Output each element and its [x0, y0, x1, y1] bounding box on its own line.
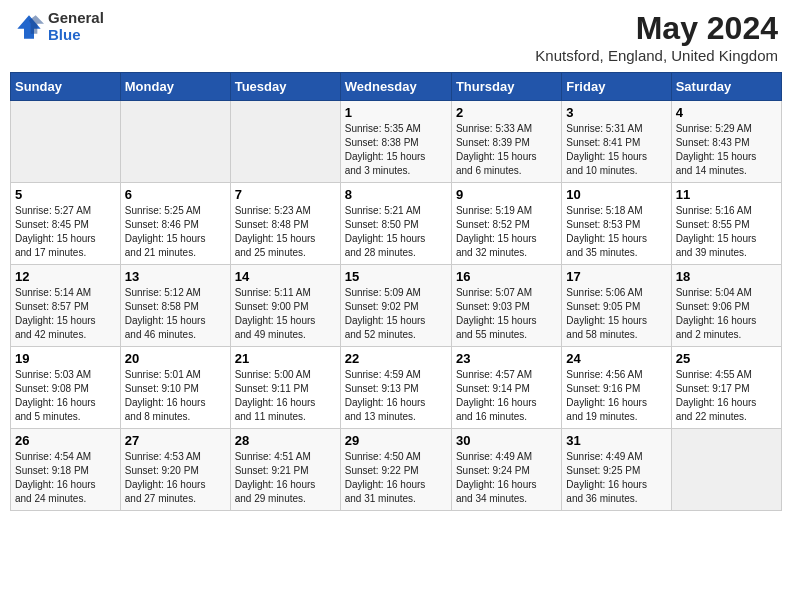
calendar-cell: 19Sunrise: 5:03 AM Sunset: 9:08 PM Dayli…	[11, 347, 121, 429]
day-number: 26	[15, 433, 116, 448]
title-block: May 2024 Knutsford, England, United King…	[535, 10, 778, 64]
calendar-cell: 21Sunrise: 5:00 AM Sunset: 9:11 PM Dayli…	[230, 347, 340, 429]
day-number: 6	[125, 187, 226, 202]
day-number: 8	[345, 187, 447, 202]
day-info: Sunrise: 5:14 AM Sunset: 8:57 PM Dayligh…	[15, 286, 116, 342]
calendar-cell	[230, 101, 340, 183]
calendar-cell: 29Sunrise: 4:50 AM Sunset: 9:22 PM Dayli…	[340, 429, 451, 511]
location-subtitle: Knutsford, England, United Kingdom	[535, 47, 778, 64]
header-day-monday: Monday	[120, 73, 230, 101]
day-number: 7	[235, 187, 336, 202]
day-number: 1	[345, 105, 447, 120]
calendar-cell: 25Sunrise: 4:55 AM Sunset: 9:17 PM Dayli…	[671, 347, 781, 429]
header-row: SundayMondayTuesdayWednesdayThursdayFrid…	[11, 73, 782, 101]
day-info: Sunrise: 5:31 AM Sunset: 8:41 PM Dayligh…	[566, 122, 666, 178]
header-day-friday: Friday	[562, 73, 671, 101]
day-number: 15	[345, 269, 447, 284]
day-number: 3	[566, 105, 666, 120]
calendar-table: SundayMondayTuesdayWednesdayThursdayFrid…	[10, 72, 782, 511]
day-number: 24	[566, 351, 666, 366]
day-info: Sunrise: 5:06 AM Sunset: 9:05 PM Dayligh…	[566, 286, 666, 342]
calendar-cell: 11Sunrise: 5:16 AM Sunset: 8:55 PM Dayli…	[671, 183, 781, 265]
day-number: 16	[456, 269, 557, 284]
calendar-cell: 30Sunrise: 4:49 AM Sunset: 9:24 PM Dayli…	[451, 429, 561, 511]
calendar-cell: 4Sunrise: 5:29 AM Sunset: 8:43 PM Daylig…	[671, 101, 781, 183]
day-info: Sunrise: 4:51 AM Sunset: 9:21 PM Dayligh…	[235, 450, 336, 506]
day-number: 30	[456, 433, 557, 448]
day-info: Sunrise: 5:29 AM Sunset: 8:43 PM Dayligh…	[676, 122, 777, 178]
logo-general-text: General	[48, 10, 104, 27]
month-year-title: May 2024	[535, 10, 778, 47]
day-info: Sunrise: 5:04 AM Sunset: 9:06 PM Dayligh…	[676, 286, 777, 342]
day-info: Sunrise: 5:07 AM Sunset: 9:03 PM Dayligh…	[456, 286, 557, 342]
calendar-cell: 14Sunrise: 5:11 AM Sunset: 9:00 PM Dayli…	[230, 265, 340, 347]
calendar-cell: 3Sunrise: 5:31 AM Sunset: 8:41 PM Daylig…	[562, 101, 671, 183]
calendar-week-0: 1Sunrise: 5:35 AM Sunset: 8:38 PM Daylig…	[11, 101, 782, 183]
day-info: Sunrise: 5:00 AM Sunset: 9:11 PM Dayligh…	[235, 368, 336, 424]
day-info: Sunrise: 5:27 AM Sunset: 8:45 PM Dayligh…	[15, 204, 116, 260]
logo-text: General Blue	[48, 10, 104, 43]
header-day-wednesday: Wednesday	[340, 73, 451, 101]
day-info: Sunrise: 5:12 AM Sunset: 8:58 PM Dayligh…	[125, 286, 226, 342]
calendar-cell	[11, 101, 121, 183]
day-number: 29	[345, 433, 447, 448]
day-info: Sunrise: 5:25 AM Sunset: 8:46 PM Dayligh…	[125, 204, 226, 260]
day-number: 11	[676, 187, 777, 202]
day-info: Sunrise: 4:59 AM Sunset: 9:13 PM Dayligh…	[345, 368, 447, 424]
day-info: Sunrise: 5:33 AM Sunset: 8:39 PM Dayligh…	[456, 122, 557, 178]
day-number: 2	[456, 105, 557, 120]
calendar-cell	[671, 429, 781, 511]
day-number: 20	[125, 351, 226, 366]
day-number: 5	[15, 187, 116, 202]
calendar-cell: 7Sunrise: 5:23 AM Sunset: 8:48 PM Daylig…	[230, 183, 340, 265]
header-day-sunday: Sunday	[11, 73, 121, 101]
day-number: 23	[456, 351, 557, 366]
day-info: Sunrise: 4:49 AM Sunset: 9:25 PM Dayligh…	[566, 450, 666, 506]
day-number: 28	[235, 433, 336, 448]
calendar-header: SundayMondayTuesdayWednesdayThursdayFrid…	[11, 73, 782, 101]
day-info: Sunrise: 5:11 AM Sunset: 9:00 PM Dayligh…	[235, 286, 336, 342]
day-info: Sunrise: 5:01 AM Sunset: 9:10 PM Dayligh…	[125, 368, 226, 424]
day-info: Sunrise: 4:53 AM Sunset: 9:20 PM Dayligh…	[125, 450, 226, 506]
calendar-cell: 9Sunrise: 5:19 AM Sunset: 8:52 PM Daylig…	[451, 183, 561, 265]
header-day-tuesday: Tuesday	[230, 73, 340, 101]
day-info: Sunrise: 4:55 AM Sunset: 9:17 PM Dayligh…	[676, 368, 777, 424]
day-number: 4	[676, 105, 777, 120]
day-info: Sunrise: 5:35 AM Sunset: 8:38 PM Dayligh…	[345, 122, 447, 178]
calendar-cell: 10Sunrise: 5:18 AM Sunset: 8:53 PM Dayli…	[562, 183, 671, 265]
day-info: Sunrise: 5:19 AM Sunset: 8:52 PM Dayligh…	[456, 204, 557, 260]
day-number: 27	[125, 433, 226, 448]
day-info: Sunrise: 4:50 AM Sunset: 9:22 PM Dayligh…	[345, 450, 447, 506]
day-info: Sunrise: 5:21 AM Sunset: 8:50 PM Dayligh…	[345, 204, 447, 260]
day-number: 9	[456, 187, 557, 202]
day-number: 22	[345, 351, 447, 366]
logo-icon	[14, 12, 44, 42]
calendar-week-3: 19Sunrise: 5:03 AM Sunset: 9:08 PM Dayli…	[11, 347, 782, 429]
day-number: 18	[676, 269, 777, 284]
calendar-cell: 5Sunrise: 5:27 AM Sunset: 8:45 PM Daylig…	[11, 183, 121, 265]
calendar-cell: 26Sunrise: 4:54 AM Sunset: 9:18 PM Dayli…	[11, 429, 121, 511]
calendar-cell: 1Sunrise: 5:35 AM Sunset: 8:38 PM Daylig…	[340, 101, 451, 183]
calendar-week-2: 12Sunrise: 5:14 AM Sunset: 8:57 PM Dayli…	[11, 265, 782, 347]
calendar-cell: 12Sunrise: 5:14 AM Sunset: 8:57 PM Dayli…	[11, 265, 121, 347]
header-day-thursday: Thursday	[451, 73, 561, 101]
calendar-body: 1Sunrise: 5:35 AM Sunset: 8:38 PM Daylig…	[11, 101, 782, 511]
calendar-cell: 28Sunrise: 4:51 AM Sunset: 9:21 PM Dayli…	[230, 429, 340, 511]
calendar-cell: 18Sunrise: 5:04 AM Sunset: 9:06 PM Dayli…	[671, 265, 781, 347]
day-info: Sunrise: 4:57 AM Sunset: 9:14 PM Dayligh…	[456, 368, 557, 424]
day-number: 13	[125, 269, 226, 284]
day-info: Sunrise: 5:18 AM Sunset: 8:53 PM Dayligh…	[566, 204, 666, 260]
calendar-week-1: 5Sunrise: 5:27 AM Sunset: 8:45 PM Daylig…	[11, 183, 782, 265]
calendar-cell: 6Sunrise: 5:25 AM Sunset: 8:46 PM Daylig…	[120, 183, 230, 265]
header-day-saturday: Saturday	[671, 73, 781, 101]
calendar-cell: 13Sunrise: 5:12 AM Sunset: 8:58 PM Dayli…	[120, 265, 230, 347]
day-info: Sunrise: 4:49 AM Sunset: 9:24 PM Dayligh…	[456, 450, 557, 506]
day-number: 31	[566, 433, 666, 448]
day-number: 17	[566, 269, 666, 284]
calendar-cell: 22Sunrise: 4:59 AM Sunset: 9:13 PM Dayli…	[340, 347, 451, 429]
calendar-cell: 27Sunrise: 4:53 AM Sunset: 9:20 PM Dayli…	[120, 429, 230, 511]
calendar-cell: 17Sunrise: 5:06 AM Sunset: 9:05 PM Dayli…	[562, 265, 671, 347]
logo: General Blue	[14, 10, 104, 43]
day-number: 10	[566, 187, 666, 202]
day-info: Sunrise: 5:09 AM Sunset: 9:02 PM Dayligh…	[345, 286, 447, 342]
